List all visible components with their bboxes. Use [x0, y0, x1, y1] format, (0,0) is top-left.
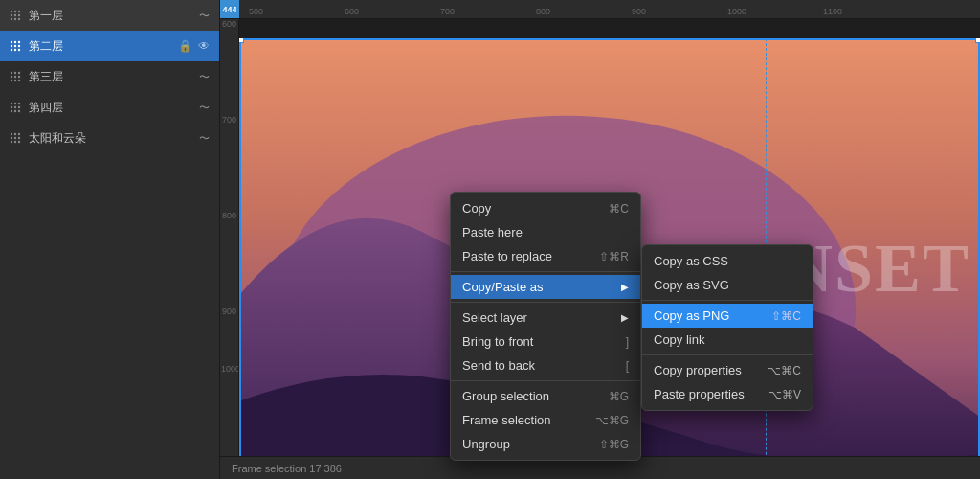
layer-action-icons: 〜 [196, 130, 212, 146]
menu-item-send-back[interactable]: Send to back [ [451, 354, 640, 377]
menu-item-copy[interactable]: Copy ⌘C [451, 196, 640, 220]
menu-item-label: Copy/Paste as [462, 280, 617, 294]
menu-shortcut: ⌥⌘G [595, 414, 629, 427]
sidebar-item-layer5[interactable]: 太阳和云朵 〜 [0, 123, 219, 153]
layer-dots-icon [8, 130, 23, 146]
svg-point-34 [14, 110, 16, 112]
layer-action-icons: 〜 [196, 8, 212, 23]
submenu-item-copy-png[interactable]: Copy as PNG ⇧⌘C [642, 304, 813, 328]
menu-item-paste-here[interactable]: Paste here [451, 220, 640, 244]
menu-item-paste-replace[interactable]: Paste to replace ⇧⌘R [451, 244, 640, 268]
menu-divider [451, 271, 640, 272]
submenu-item-copy-svg[interactable]: Copy as SVG [642, 273, 813, 297]
svg-point-12 [11, 45, 12, 47]
menu-shortcut: ⌘C [609, 202, 629, 216]
menu-item-group[interactable]: Group selection ⌘G [451, 384, 640, 408]
svg-point-41 [18, 137, 20, 139]
sidebar-item-layer3[interactable]: 第三层 〜 [0, 61, 219, 92]
svg-point-30 [11, 106, 12, 108]
svg-point-43 [14, 141, 16, 143]
svg-point-17 [18, 49, 20, 51]
menu-item-label: Ungroup [462, 437, 580, 451]
svg-point-31 [14, 106, 16, 108]
menu-item-frame-selection[interactable]: Frame selection ⌥⌘G [451, 408, 640, 432]
hide-icon: 〜 [196, 8, 212, 23]
svg-point-44 [18, 141, 20, 143]
svg-point-38 [18, 133, 20, 135]
svg-point-4 [14, 14, 16, 16]
svg-point-32 [18, 106, 20, 108]
status-text: Frame selection 17 386 [232, 463, 342, 474]
sidebar-item-layer2[interactable]: 第二层 🔒 👁 [0, 31, 219, 61]
svg-point-0 [11, 11, 12, 12]
svg-point-15 [11, 49, 12, 51]
visible-icon: 👁 [196, 38, 212, 54]
svg-point-19 [14, 72, 16, 74]
main-canvas-area: 444 500 600 700 800 900 1000 1100 600 70… [220, 0, 980, 479]
menu-item-label: Copy [462, 201, 590, 216]
hide-icon: 〜 [196, 69, 212, 84]
sidebar-item-layer1[interactable]: 第一层 〜 [0, 0, 219, 31]
svg-point-6 [11, 18, 12, 20]
menu-item-ungroup[interactable]: Ungroup ⇧⌘G [451, 432, 640, 456]
svg-point-11 [18, 41, 20, 43]
svg-point-40 [14, 137, 16, 139]
submenu-divider2 [642, 354, 813, 355]
layer-label: 第一层 [29, 8, 196, 24]
submenu-arrow-icon: ▶ [621, 282, 629, 292]
menu-item-select-layer[interactable]: Select layer ▶ [451, 306, 640, 330]
svg-point-26 [18, 80, 20, 81]
svg-point-7 [14, 18, 16, 20]
sidebar-item-layer4[interactable]: 第四层 〜 [0, 92, 219, 123]
menu-item-label: Select layer [462, 310, 617, 325]
svg-point-28 [14, 103, 16, 104]
svg-point-18 [11, 72, 12, 74]
menu-shortcut: [ [626, 359, 629, 373]
menu-shortcut: ] [626, 335, 629, 349]
menu-item-label: Group selection [462, 389, 590, 403]
svg-point-1 [14, 11, 16, 12]
menu-shortcut: ⌘G [609, 390, 629, 403]
menu-item-bring-front[interactable]: Bring to front ] [451, 330, 640, 354]
svg-point-37 [14, 133, 16, 135]
menu-item-copy-paste-as[interactable]: Copy/Paste as ▶ Copy as CSS Copy as SVG [451, 275, 640, 299]
layer-label: 太阳和云朵 [29, 130, 196, 147]
svg-point-42 [11, 141, 12, 143]
svg-point-16 [14, 49, 16, 51]
svg-point-39 [11, 137, 12, 139]
layer-label: 第三层 [29, 69, 196, 85]
layer-dots-icon [8, 8, 23, 23]
svg-point-10 [14, 41, 16, 43]
svg-point-14 [18, 45, 20, 47]
submenu-item-paste-props[interactable]: Paste properties ⌥⌘V [642, 382, 813, 406]
svg-point-2 [18, 11, 20, 12]
submenu-item-label: Copy properties [654, 363, 768, 377]
svg-point-27 [11, 103, 12, 104]
submenu-item-label: Copy as CSS [654, 254, 801, 268]
layer-label: 第四层 [29, 100, 196, 116]
submenu-item-copy-css[interactable]: Copy as CSS [642, 249, 813, 273]
layer-action-icons: 〜 [196, 69, 212, 84]
menu-item-label: Frame selection [462, 413, 576, 427]
submenu-item-label: Paste properties [654, 387, 768, 401]
menu-item-label: Bring to front [462, 334, 607, 349]
menu-item-label: Paste here [462, 225, 629, 240]
layer-dots-icon [8, 38, 23, 54]
menu-shortcut: ⇧⌘G [599, 438, 629, 451]
hide-icon: 〜 [196, 130, 212, 146]
layer-dots-icon [8, 69, 23, 84]
layer-action-icons: 🔒 👁 [177, 38, 212, 54]
canvas[interactable]: SUNSET Copy ⌘C [239, 38, 980, 479]
submenu-item-copy-link[interactable]: Copy link [642, 328, 813, 352]
sidebar: 第一层 〜 第二层 🔒 👁 第三层 〜 [0, 0, 220, 479]
svg-point-24 [11, 80, 12, 81]
menu-shortcut: ⇧⌘R [599, 250, 629, 263]
submenu-item-copy-props[interactable]: Copy properties ⌥⌘C [642, 358, 813, 382]
layer-action-icons: 〜 [196, 100, 212, 115]
menu-divider3 [451, 380, 640, 381]
layer-dots-icon [8, 100, 23, 115]
submenu-copy-paste-as: Copy as CSS Copy as SVG Copy as PNG ⇧⌘C [641, 244, 813, 411]
hide-icon: 〜 [196, 100, 212, 115]
svg-point-13 [14, 45, 16, 47]
ruler-left: 600 700 800 900 1000 [220, 19, 239, 460]
